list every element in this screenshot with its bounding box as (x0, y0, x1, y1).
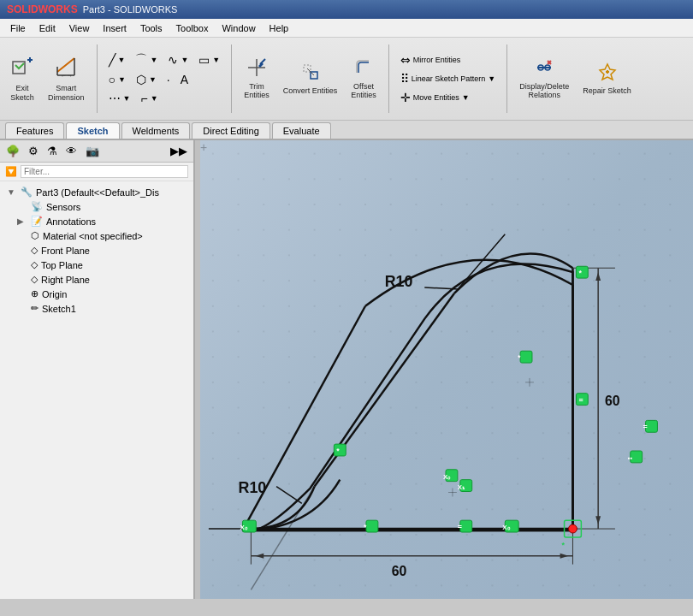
property-manager-btn[interactable]: ⚙ (25, 143, 42, 159)
sensors-label: Sensors (46, 202, 80, 212)
menu-view[interactable]: View (62, 21, 97, 35)
svg-text:=: = (458, 523, 462, 531)
separator2 (231, 44, 232, 113)
polygon-dropdown[interactable]: ▼ (149, 75, 157, 84)
tree-filter-input[interactable] (21, 165, 188, 178)
tree-item-sensors[interactable]: 📡 Sensors (0, 199, 193, 214)
rectangle-dropdown[interactable]: ▼ (212, 56, 220, 64)
convert-entities-button[interactable]: Convert Entities (278, 58, 343, 99)
svg-text:R10: R10 (385, 273, 413, 290)
spline-button[interactable]: ∿ ▼ (163, 50, 192, 69)
rectangle-button[interactable]: ▭ ▼ (194, 50, 224, 69)
exit-sketch-button[interactable]: ExitSketch (5, 51, 39, 106)
offset-entities-icon (353, 57, 374, 80)
sketch-canvas[interactable]: * = * X₀ X₁ X₀ * X₀ = * (200, 140, 693, 599)
svg-text:*: * (336, 447, 340, 455)
circle-dropdown[interactable]: ▼ (118, 75, 126, 84)
smart-dimension-icon: ←→ (54, 55, 78, 82)
menu-edit[interactable]: Edit (33, 21, 62, 35)
svg-line-3 (57, 58, 74, 72)
menu-insert[interactable]: Insert (96, 21, 133, 35)
text-button[interactable]: A (176, 71, 192, 88)
display-manager-btn[interactable]: 👁 (62, 143, 80, 159)
tab-sketch[interactable]: Sketch (66, 122, 119, 139)
right-plane-icon: ◇ (31, 274, 38, 285)
config-manager-btn[interactable]: ⚗ (44, 143, 61, 159)
lsp-dropdown[interactable]: ▼ (488, 74, 495, 83)
smart-dimension-button[interactable]: ←→ SmartDimension (43, 51, 90, 106)
tab-evaluate[interactable]: Evaluate (272, 122, 331, 139)
origin-label: Origin (42, 289, 67, 299)
cam-btn[interactable]: 📷 (82, 143, 103, 159)
arc-button[interactable]: ⌒ ▼ (131, 50, 162, 69)
menubar: File Edit View Insert Tools Toolbox Wind… (0, 19, 693, 38)
menu-file[interactable]: File (3, 21, 33, 35)
arc-dropdown[interactable]: ▼ (150, 56, 157, 64)
fillet-button[interactable]: ⌐ ▼ (136, 90, 162, 107)
me-dropdown[interactable]: ▼ (462, 93, 470, 102)
mirror-entities-button[interactable]: ⇔ Mirror Entities (396, 51, 500, 68)
svg-rect-55 (366, 520, 378, 532)
app-logo: SOLIDWORKS (7, 3, 78, 15)
circle-button[interactable]: ○ ▼ (104, 71, 130, 88)
offset-entities-button[interactable]: OffsetEntities (346, 54, 382, 104)
tab-features[interactable]: Features (5, 122, 64, 139)
tree-item-top-plane[interactable]: ◇ Top Plane (0, 258, 193, 272)
panel-expand-btn[interactable]: ▶▶ (167, 143, 191, 159)
titlebar: SOLIDWORKS Part3 - SOLIDWORKS (0, 0, 693, 19)
display-delete-relations-button[interactable]: Display/DeleteRelations (514, 54, 574, 104)
linear-sketch-pattern-icon: ⠿ (400, 72, 409, 86)
separator4 (506, 44, 507, 113)
menu-toolbox[interactable]: Toolbox (169, 21, 216, 35)
point-button[interactable]: · (163, 71, 175, 88)
display-delete-relations-icon (534, 57, 554, 80)
app-title: Part3 - SOLIDWORKS (83, 4, 178, 15)
circle-icon: ○ (109, 73, 116, 86)
construction-button[interactable]: ⋯ ▼ (104, 90, 135, 107)
svg-text:X₀: X₀ (240, 524, 248, 531)
feature-tree-btn[interactable]: 🌳 (3, 143, 23, 159)
tree-root[interactable]: ▼ 🔧 Part3 (Default<<Default>_Dis (0, 185, 193, 199)
spline-icon: ∿ (168, 53, 178, 67)
fillet-dropdown[interactable]: ▼ (151, 94, 158, 103)
tree-item-right-plane[interactable]: ◇ Right Plane (0, 272, 193, 287)
tree-item-material[interactable]: ⬡ Material <not specified> (0, 228, 193, 243)
tree-item-front-plane[interactable]: ◇ Front Plane (0, 243, 193, 258)
front-plane-label: Front Plane (41, 246, 90, 256)
origin-icon: ⊕ (31, 288, 38, 299)
spline-dropdown[interactable]: ▼ (181, 56, 188, 64)
root-expand[interactable]: ▼ (7, 187, 17, 197)
separator3 (388, 44, 389, 113)
polygon-button[interactable]: ⬡ ▼ (132, 71, 161, 88)
line-button[interactable]: ╱ ▼ (104, 50, 130, 69)
exit-sketch-icon (10, 55, 34, 82)
tab-direct-editing[interactable]: Direct Editing (192, 122, 270, 139)
trim-entities-button[interactable]: TrimEntities (239, 54, 275, 104)
sketch-svg: * = * X₀ X₁ X₀ * X₀ = * (200, 140, 693, 599)
move-entities-icon: ✛ (400, 91, 411, 104)
tree-item-annotations[interactable]: ▶ 📝 Annotations (0, 214, 193, 228)
line-dropdown[interactable]: ▼ (118, 56, 126, 64)
repair-sketch-button[interactable]: Repair Sketch (578, 58, 637, 99)
top-plane-label: Top Plane (41, 260, 83, 270)
display-delete-relations-label: Display/DeleteRelations (519, 82, 569, 101)
point-icon: · (167, 73, 170, 86)
polygon-icon: ⬡ (136, 73, 146, 86)
menu-window[interactable]: Window (215, 21, 262, 35)
tab-weldments[interactable]: Weldments (121, 122, 191, 139)
linear-sketch-pattern-button[interactable]: ⠿ Linear Sketch Pattern ▼ (396, 70, 500, 87)
menu-help[interactable]: Help (263, 21, 296, 35)
transform-group: ⇔ Mirror Entities ⠿ Linear Sketch Patter… (396, 51, 500, 106)
mirror-entities-icon: ⇔ (400, 53, 411, 67)
tree-item-sketch1[interactable]: ✏ Sketch1 (0, 301, 193, 316)
trim-entities-label: TrimEntities (244, 82, 270, 101)
tree-item-origin[interactable]: ⊕ Origin (0, 287, 193, 301)
offset-entities-label: OffsetEntities (351, 82, 376, 101)
construction-dropdown[interactable]: ▼ (123, 94, 131, 103)
menu-tools[interactable]: Tools (133, 21, 169, 35)
svg-text:▪▪: ▪▪ (628, 454, 633, 462)
move-entities-button[interactable]: ✛ Move Entities ▼ (396, 89, 500, 106)
svg-text:60: 60 (605, 394, 620, 408)
sketch1-icon: ✏ (31, 303, 38, 314)
tree-filter: 🔽 (0, 163, 193, 181)
